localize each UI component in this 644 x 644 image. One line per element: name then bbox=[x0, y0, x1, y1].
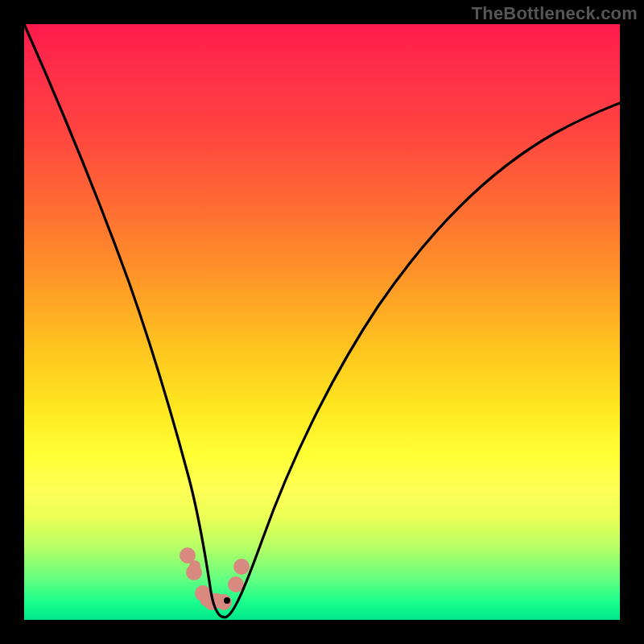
chart-frame: TheBottleneck.com bbox=[0, 0, 644, 644]
black-marker bbox=[224, 597, 230, 604]
plot-area bbox=[24, 24, 620, 620]
bottleneck-curve bbox=[24, 24, 620, 617]
watermark-text: TheBottleneck.com bbox=[472, 3, 638, 24]
svg-rect-8 bbox=[189, 560, 200, 578]
curve-layer bbox=[24, 24, 620, 620]
svg-point-6 bbox=[233, 559, 250, 575]
